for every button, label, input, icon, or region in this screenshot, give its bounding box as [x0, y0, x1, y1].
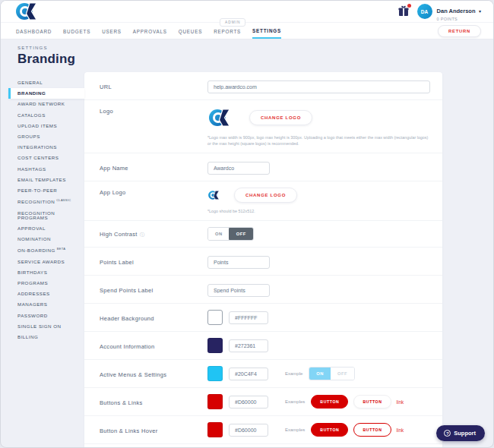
example-toggle-on: ON [309, 367, 331, 380]
notification-badge [407, 4, 411, 8]
sidebar-item-approval[interactable]: APPROVAL [8, 223, 84, 234]
header-background-swatch[interactable] [207, 310, 223, 325]
sidebar-item-integrations[interactable]: INTEGRATIONS [8, 142, 84, 153]
question-mark-icon: ? [444, 430, 451, 437]
buttons-links-hover-row: Button & Links Hover Examples BUTTON BUT… [84, 415, 442, 443]
account-information-swatch[interactable] [207, 338, 223, 353]
support-button[interactable]: ? Support [436, 425, 485, 441]
sidebar-item-on-boarding[interactable]: ON-BOARDINGBETA [8, 245, 84, 256]
avatar[interactable]: DA [417, 4, 432, 19]
hover-example-button-filled: BUTTON [311, 423, 348, 437]
sidebar-item-recognition-programs[interactable]: RECOGNITION PROGRAMS [8, 208, 84, 223]
user-points: 0 POINTS [437, 17, 481, 22]
rewards-gift-icon[interactable] [397, 5, 410, 17]
main-nav: ADMIN DASHBOARD BUDGETS USERS APPROVALS … [1, 22, 493, 39]
high-contrast-row: High Contrastⓘ ON OFF [84, 220, 442, 247]
sidebar-item-billing[interactable]: BILLING [8, 332, 84, 342]
sidebar-item-general[interactable]: GENERAL [8, 77, 84, 88]
nav-queues[interactable]: QUEUES [179, 24, 202, 38]
change-app-logo-button[interactable]: CHANGE LOGO [234, 188, 297, 203]
example-toggle-preview: ON OFF [309, 367, 355, 380]
change-logo-button[interactable]: CHANGE LOGO [249, 110, 312, 125]
sidebar-item-single-sign-on[interactable]: SINGLE SIGN ON [8, 321, 84, 332]
example-button-filled: BUTTON [311, 395, 348, 409]
sidebar-item-peer-to-peer[interactable]: PEER-TO-PEER [8, 185, 84, 196]
info-icon[interactable]: ⓘ [140, 232, 145, 238]
sidebar-item-birthdays[interactable]: BIRTHDAYS [8, 267, 84, 278]
account-information-hex-input[interactable] [229, 339, 268, 352]
buttons-links-row: Buttons & Links Examples BUTTON BUTTON l… [84, 387, 442, 415]
points-label-label: Points Label [100, 257, 207, 266]
high-contrast-off[interactable]: OFF [229, 227, 254, 241]
example-toggle-off: OFF [331, 368, 354, 380]
sidebar-item-programs[interactable]: PROGRAMS [8, 278, 84, 289]
url-input[interactable] [207, 80, 430, 93]
top-header: DA Dan Anderson ▾ 0 POINTS [1, 1, 493, 22]
logo-label: Logo [100, 106, 207, 115]
sidebar-item-hashtags[interactable]: HASHTAGS [8, 164, 84, 175]
sidebar-item-recognition-classic[interactable]: RECOGNITIONCLASSIC [8, 196, 84, 207]
header-background-row: Header Background [84, 303, 442, 331]
user-name: Dan Anderson [437, 8, 476, 14]
url-label: URL [100, 82, 207, 90]
return-button[interactable]: RETURN [438, 25, 481, 37]
examples-label: Examples [285, 399, 305, 404]
app-name-row: App Name [84, 153, 442, 181]
nav-approvals[interactable]: APPROVALS [133, 24, 167, 38]
buttons-links-hover-hex-input[interactable] [229, 424, 268, 437]
sidebar-item-branding[interactable]: BRANDING [8, 88, 84, 99]
high-contrast-label: High Contrastⓘ [100, 229, 207, 238]
current-logo-image [207, 106, 239, 129]
example-link: link [397, 399, 404, 405]
hover-examples-label: Examples [285, 427, 305, 432]
sidebar-item-password[interactable]: PASSWORD [8, 311, 84, 321]
example-label: Example [285, 371, 302, 376]
user-menu[interactable]: Dan Anderson ▾ 0 POINTS [437, 2, 481, 22]
nav-users[interactable]: USERS [102, 24, 122, 38]
sidebar-item-award-network[interactable]: AWARD NETWORK [8, 99, 84, 109]
points-label-input[interactable] [207, 256, 270, 269]
awardco-logo-icon[interactable] [14, 2, 46, 21]
account-information-row: Account Information [84, 331, 442, 359]
points-label-row: Points Label [84, 247, 442, 275]
sidebar-item-cost-centers[interactable]: COST CENTERS [8, 153, 84, 163]
spend-points-label-input[interactable] [207, 284, 270, 297]
active-menus-row: Active Menus & Settings Example ON OFF [84, 359, 442, 387]
sidebar-item-addresses[interactable]: ADDRESSES [8, 289, 84, 299]
logo-row: Logo CHANGE LOGO *Logo max width is 900p… [84, 99, 442, 153]
sidebar-item-managers[interactable]: MANAGERS [8, 299, 84, 310]
active-menus-hex-input[interactable] [229, 368, 268, 380]
metadata-row: Metadata EDIT [84, 443, 442, 448]
nav-dashboard[interactable]: DASHBOARD [16, 24, 52, 38]
breadcrumb: SETTINGS [17, 46, 493, 50]
buttons-links-hover-swatch[interactable] [207, 422, 223, 437]
high-contrast-on[interactable]: ON [208, 228, 230, 240]
account-information-label: Account Information [100, 342, 207, 350]
branding-form-card: URL Logo CHANGE LOGO *Lo [84, 72, 442, 448]
chevron-down-icon: ▾ [479, 9, 481, 14]
sidebar-item-catalogs[interactable]: CATALOGS [8, 110, 84, 121]
header-background-hex-input[interactable] [229, 311, 268, 324]
sidebar-item-upload-items[interactable]: UPLOAD ITEMS [8, 121, 84, 131]
settings-sidebar: GENERAL BRANDING AWARD NETWORK CATALOGS … [8, 72, 84, 342]
sidebar-item-service-awards[interactable]: SERVICE AWARDS [8, 257, 84, 267]
logo-helper-text: *Logo max width is 900px, logo max heigh… [207, 134, 430, 147]
sidebar-item-nomination[interactable]: NOMINATION [8, 234, 84, 245]
buttons-links-hex-input[interactable] [229, 396, 268, 409]
example-button-ghost: BUTTON [353, 395, 391, 409]
app-name-input[interactable] [207, 162, 270, 175]
admin-badge: ADMIN [220, 18, 245, 27]
high-contrast-toggle[interactable]: ON OFF [207, 227, 254, 241]
sidebar-item-email-templates[interactable]: EMAIL TEMPLATES [8, 175, 84, 185]
buttons-links-swatch[interactable] [207, 394, 223, 409]
sidebar-item-groups[interactable]: GROUPS [8, 131, 84, 142]
nav-settings[interactable]: SETTINGS [252, 23, 281, 39]
header-background-label: Header Background [100, 314, 207, 322]
nav-budgets[interactable]: BUDGETS [63, 24, 90, 38]
spend-points-label-label: Spend Points Label [100, 286, 207, 294]
buttons-links-hover-label: Button & Links Hover [100, 426, 207, 434]
current-app-logo-image [207, 188, 224, 202]
active-menus-swatch[interactable] [207, 366, 223, 381]
buttons-links-label: Buttons & Links [100, 398, 207, 406]
page-title: Branding [17, 52, 493, 67]
